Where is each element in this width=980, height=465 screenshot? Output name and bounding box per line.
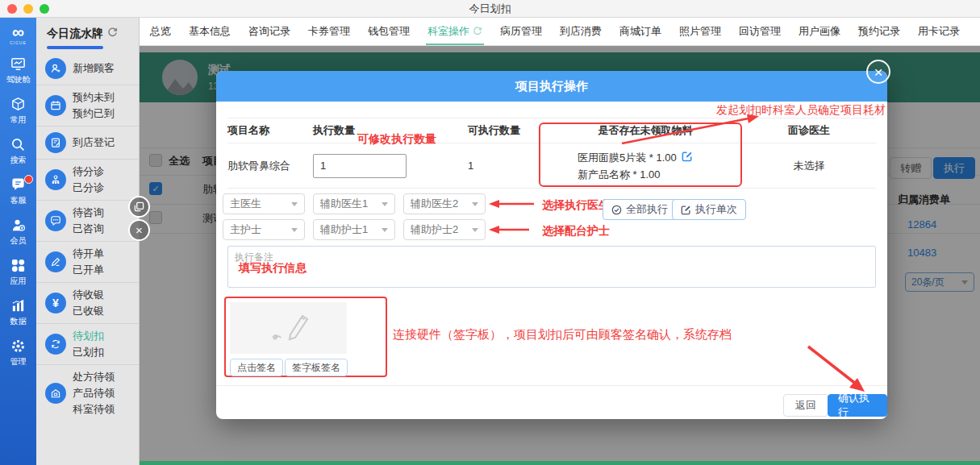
col-doctor: 面诊医生: [742, 123, 876, 138]
tab-store-consume[interactable]: 到店消费: [551, 18, 611, 45]
flow-group-order: 待开单 已开单: [36, 241, 139, 282]
pickup-store-icon: [45, 383, 66, 404]
flow-item-deduction-pending[interactable]: 待划扣: [73, 330, 104, 343]
annotation-qty: 可修改执行数量: [357, 132, 436, 147]
flow-item-triage-pending[interactable]: 待分诊: [73, 165, 104, 178]
notification-badge: [24, 175, 33, 184]
register-doc-icon: [45, 132, 66, 153]
order-pen-icon: [45, 251, 66, 272]
close-panel-button[interactable]: ×: [128, 219, 150, 241]
exec-consult-doctor: 未选择: [742, 159, 876, 173]
main-doctor-select[interactable]: 主医生: [223, 193, 305, 214]
flow-item-deduction-done[interactable]: 已划扣: [73, 346, 104, 359]
rail-item-common[interactable]: 常用: [10, 97, 27, 126]
col-available: 可执行数量: [468, 123, 548, 138]
flow-item-cashier-done[interactable]: 已收银: [73, 305, 104, 318]
assist-nurse2-select[interactable]: 辅助护士2: [403, 219, 486, 240]
dialog-close-button[interactable]: [866, 60, 890, 84]
tab-followup[interactable]: 回访管理: [730, 18, 790, 45]
annotation-nurse: 选择配台护士: [542, 224, 610, 239]
exec-table-row: 肋软骨鼻综合 1 医用面膜5片装 * 1.00 新产品名称 * 1.00 未选择: [227, 143, 876, 189]
main-nav-rail: ∞ CICUE 驾驶舱 常用 搜索 客服 会员 应用: [0, 18, 36, 465]
assist-doctor2-select[interactable]: 辅助医生2: [403, 193, 486, 214]
execute-once-button[interactable]: 执行单次: [672, 199, 746, 220]
flow-item-consult-pending[interactable]: 待咨询: [73, 206, 104, 219]
dialog-title: 项目执行操作: [515, 79, 588, 94]
exec-qty-input[interactable]: [313, 154, 407, 178]
tab-photo[interactable]: 照片管理: [670, 18, 730, 45]
edit-materials-icon[interactable]: [682, 151, 693, 165]
annotation-arrow-confirm: [800, 342, 877, 398]
edit-square-icon: [681, 205, 691, 215]
rail-item-search[interactable]: 搜索: [10, 137, 27, 166]
flow-item-triage-done[interactable]: 已分诊: [73, 181, 104, 194]
main-nurse-select[interactable]: 主护士: [223, 219, 305, 240]
flow-item-consult-done[interactable]: 已咨询: [73, 222, 104, 235]
window-restore-icon: [134, 201, 144, 212]
pad-sign-button[interactable]: 签字板签名: [285, 359, 348, 376]
rail-item-data[interactable]: 数据: [10, 298, 27, 327]
flow-item-product-pickup[interactable]: 产品待领: [73, 387, 115, 400]
dashboard-icon: [10, 56, 26, 72]
tab-appointment-record[interactable]: 预约记录: [849, 18, 909, 45]
rail-item-admin[interactable]: 管理: [10, 338, 27, 367]
tab-user-profile[interactable]: 用户画像: [790, 18, 849, 45]
flow-title-underline: [47, 46, 103, 49]
flow-item-rx-pickup[interactable]: 处方待领: [73, 371, 115, 384]
assist-nurse1-select[interactable]: 辅助护士1: [313, 219, 395, 240]
signature-pen-icon: [266, 311, 311, 345]
tab-department-ops[interactable]: 科室操作: [419, 18, 491, 45]
flow-group-appointment: 预约未到 预约已到: [36, 85, 139, 126]
flow-item-appointment-pending[interactable]: 预约未到: [73, 91, 115, 104]
rail-item-service[interactable]: 客服: [10, 177, 27, 206]
flow-item-register[interactable]: 到店登记: [73, 136, 115, 149]
execute-all-button[interactable]: 全部执行: [603, 199, 677, 220]
tab-wallet[interactable]: 钱包管理: [359, 18, 419, 45]
back-button[interactable]: 返回: [783, 394, 828, 417]
flow-item-new-customer[interactable]: 新增顾客: [73, 62, 115, 75]
flow-item-dept-pickup[interactable]: 科室待领: [73, 403, 115, 416]
tab-mall-order[interactable]: 商城订单: [611, 18, 670, 45]
tab-refresh-icon: [473, 27, 482, 36]
click-sign-button[interactable]: 点击签名: [230, 359, 283, 376]
flow-item-order-done[interactable]: 已开单: [73, 264, 104, 276]
flow-item-appointment-arrived[interactable]: 预约已到: [73, 107, 115, 120]
dialog-header: 项目执行操作: [216, 71, 887, 102]
flow-group-register: 到店登记: [36, 126, 139, 159]
tabbar-more-chevron-icon[interactable]: [969, 26, 980, 38]
tab-basic-info[interactable]: 基本信息: [180, 18, 240, 45]
member-icon: [10, 218, 26, 233]
flow-sidebar-title: 今日流水牌: [47, 27, 103, 41]
assist-doctor1-select[interactable]: 辅助医生1: [313, 193, 395, 214]
rail-item-member[interactable]: 会员: [10, 218, 27, 247]
rail-item-apps[interactable]: 应用: [10, 258, 27, 287]
exec-table-header: 项目名称 执行数量 可执行数量 是否存在未领取物料 面诊医生: [227, 118, 876, 143]
flow-item-cashier-pending[interactable]: 待收银: [73, 289, 104, 301]
refresh-icon[interactable]: [107, 27, 118, 40]
app-logo: ∞ CICUE: [10, 23, 27, 45]
signature-pad[interactable]: [230, 302, 347, 354]
tab-overview[interactable]: 总览: [141, 18, 180, 45]
window-title: 今日划扣: [0, 0, 980, 18]
tab-consult-record[interactable]: 咨询记录: [240, 18, 299, 45]
cashier-yen-icon: ¥: [45, 293, 66, 313]
rail-item-dashboard[interactable]: 驾驶舱: [6, 56, 31, 85]
confirm-execute-button[interactable]: 确认执行: [828, 394, 887, 417]
flow-group-triage: 待分诊 已分诊: [36, 159, 139, 200]
execution-note-textarea[interactable]: [227, 246, 876, 288]
macos-titlebar: 今日划扣: [0, 0, 980, 18]
col-materials: 是否存在未领取物料: [548, 123, 742, 138]
exec-available-qty: 1: [468, 160, 548, 172]
restore-panel-button[interactable]: [128, 196, 150, 218]
material-line: 新产品名称 * 1.00: [578, 168, 661, 181]
tab-card-record[interactable]: 用卡记录: [909, 18, 969, 45]
bottom-green-strip: [140, 461, 980, 465]
logo-infinity-icon: ∞: [10, 23, 27, 40]
annotation-note: 填写执行信息: [239, 261, 307, 276]
calendar-icon: [45, 95, 66, 116]
search-icon: [10, 137, 26, 152]
tab-medical-record[interactable]: 病历管理: [491, 18, 551, 45]
tab-coupon[interactable]: 卡券管理: [299, 18, 359, 45]
flow-item-order-pending[interactable]: 待开单: [73, 247, 104, 260]
col-project: 项目名称: [227, 123, 313, 138]
